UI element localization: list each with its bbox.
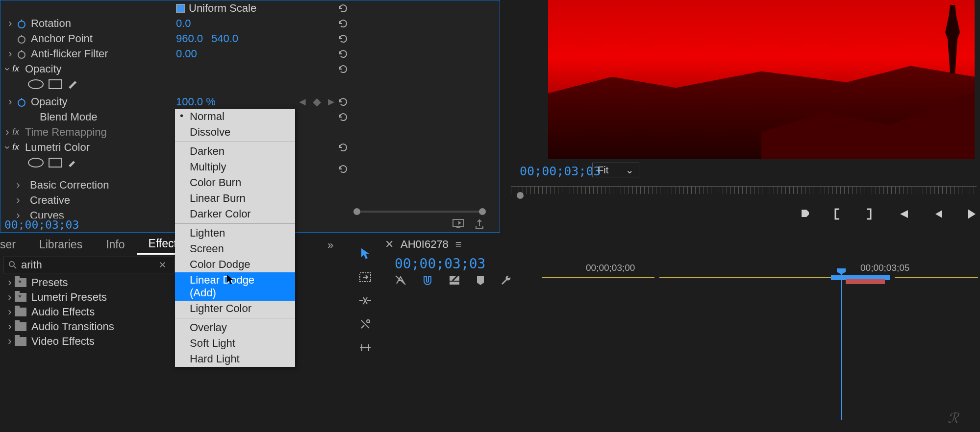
screen-icon[interactable] xyxy=(452,219,464,230)
reset-icon[interactable] xyxy=(336,162,350,176)
tab-libraries[interactable]: Libraries xyxy=(27,235,94,254)
mark-in-icon[interactable] xyxy=(800,208,810,220)
blend-mode-option[interactable]: Multiply xyxy=(175,159,295,175)
linked-selection-icon[interactable] xyxy=(449,275,460,286)
playhead[interactable] xyxy=(841,273,842,420)
track-segment[interactable] xyxy=(542,277,654,278)
tab-info[interactable]: Info xyxy=(94,235,136,254)
disclosure-icon[interactable]: › xyxy=(13,179,23,192)
anchor-x-value[interactable]: 960.0 xyxy=(176,32,203,45)
effects-folder[interactable]: ›Audio Effects xyxy=(0,305,176,319)
fx-icon[interactable]: fx xyxy=(12,142,22,152)
opacity-value[interactable]: 100.0 % xyxy=(176,96,216,108)
reset-icon[interactable] xyxy=(336,47,350,61)
go-to-in-icon[interactable] xyxy=(896,209,909,219)
panel-timecode[interactable]: 00;00;03;03 xyxy=(4,218,79,231)
anchor-y-value[interactable]: 540.0 xyxy=(211,32,238,45)
panel-menu-icon[interactable]: ≡ xyxy=(455,238,462,251)
uniform-scale-checkbox[interactable] xyxy=(176,4,185,13)
anti-flicker-value[interactable]: 0.00 xyxy=(176,48,197,60)
disclosure-icon[interactable]: › xyxy=(5,306,15,318)
disclosure-icon[interactable]: › xyxy=(5,48,15,60)
stopwatch-icon[interactable] xyxy=(15,33,28,44)
clear-icon[interactable]: ✕ xyxy=(156,260,169,270)
disclosure-icon[interactable]: › xyxy=(5,96,15,108)
zoom-handle-left[interactable] xyxy=(353,208,360,215)
tab-browser[interactable]: ser xyxy=(0,235,27,254)
stopwatch-icon[interactable] xyxy=(15,96,28,107)
selection-tool-icon[interactable] xyxy=(357,246,373,262)
blend-mode-option[interactable]: Hard Light xyxy=(175,351,295,367)
effects-folder[interactable]: ›Audio Transitions xyxy=(0,319,176,334)
track-select-tool-icon[interactable] xyxy=(357,269,373,285)
disclosure-icon[interactable]: › xyxy=(2,126,12,139)
blend-mode-option[interactable]: Soft Light xyxy=(175,336,295,351)
snap-magnet-icon[interactable] xyxy=(422,275,433,286)
ellipse-mask-icon[interactable] xyxy=(28,79,44,89)
blend-mode-option[interactable]: Darker Color xyxy=(175,206,295,222)
reset-icon[interactable] xyxy=(336,32,350,46)
reset-icon[interactable] xyxy=(336,62,350,76)
reset-icon[interactable] xyxy=(336,17,350,30)
effects-folder[interactable]: ›Video Effects xyxy=(0,334,176,349)
disclosure-open-icon[interactable]: › xyxy=(1,143,14,152)
fx-icon[interactable]: fx xyxy=(12,64,22,74)
zoom-slider[interactable] xyxy=(353,209,486,215)
tabs-overflow-icon[interactable]: » xyxy=(327,239,343,252)
effects-folder[interactable]: ›Lumetri Presets xyxy=(0,290,176,305)
disclosure-icon[interactable]: › xyxy=(13,194,23,207)
blend-mode-option[interactable]: Color Dodge xyxy=(175,257,295,272)
disclosure-open-icon[interactable]: › xyxy=(1,64,14,74)
blend-mode-option[interactable]: Linear Burn xyxy=(175,191,295,206)
razor-tool-icon[interactable] xyxy=(357,316,373,332)
blend-mode-option[interactable]: Overlay xyxy=(175,320,295,336)
pen-mask-icon[interactable] xyxy=(67,79,79,91)
disclosure-icon[interactable]: › xyxy=(5,320,15,333)
prev-keyframe-icon[interactable]: ◄ xyxy=(297,96,308,108)
timeline-timecode[interactable]: 00;00;03;03 xyxy=(395,256,485,272)
fx-icon[interactable]: fx xyxy=(12,127,22,137)
play-icon[interactable] xyxy=(967,208,977,220)
add-keyframe-icon[interactable]: ◆ xyxy=(313,96,321,108)
add-marker-icon[interactable] xyxy=(476,275,485,286)
blend-mode-option[interactable]: Normal xyxy=(175,109,295,124)
disclosure-icon[interactable]: › xyxy=(13,209,23,219)
blend-mode-option[interactable]: Lighten xyxy=(175,225,295,241)
program-scrubber[interactable] xyxy=(511,186,977,201)
reset-icon[interactable] xyxy=(336,141,350,154)
rotation-value[interactable]: 0.0 xyxy=(176,17,191,30)
close-icon[interactable]: ✕ xyxy=(385,238,394,251)
disclosure-icon[interactable]: › xyxy=(5,276,15,289)
rectangle-mask-icon[interactable] xyxy=(49,158,62,168)
export-icon[interactable] xyxy=(474,219,485,230)
step-back-icon[interactable] xyxy=(932,209,943,219)
sequence-name[interactable]: AH0I6278 xyxy=(401,238,449,251)
effects-folder[interactable]: ›Presets xyxy=(0,275,176,290)
ellipse-mask-icon[interactable] xyxy=(28,158,44,168)
search-input[interactable] xyxy=(21,259,156,271)
blend-mode-option[interactable]: Screen xyxy=(175,241,295,257)
reset-icon[interactable] xyxy=(336,1,350,15)
blend-mode-option[interactable]: Dissolve xyxy=(175,124,295,140)
clip[interactable] xyxy=(846,279,885,284)
blend-mode-option[interactable]: Darken xyxy=(175,144,295,159)
slip-tool-icon[interactable] xyxy=(357,340,373,356)
playhead-handle[interactable] xyxy=(517,192,524,199)
disclosure-icon[interactable]: › xyxy=(5,291,15,304)
blend-mode-option[interactable]: Lighter Color xyxy=(175,301,295,316)
mark-in-bracket-icon[interactable] xyxy=(833,208,841,220)
blend-mode-option[interactable]: Color Burn xyxy=(175,175,295,191)
pen-mask-icon[interactable] xyxy=(67,158,79,169)
disclosure-icon[interactable]: › xyxy=(5,335,15,348)
ripple-edit-tool-icon[interactable] xyxy=(357,293,373,309)
reset-icon[interactable] xyxy=(336,95,350,109)
zoom-level-dropdown[interactable]: Fit ⌄ xyxy=(592,163,639,177)
timeline-tracks[interactable]: 00;00;03;00 00;00;03;05 xyxy=(542,259,978,430)
reset-icon[interactable] xyxy=(336,110,350,124)
track-segment[interactable] xyxy=(659,277,831,278)
wrench-icon[interactable] xyxy=(501,274,512,286)
next-keyframe-icon[interactable]: ► xyxy=(326,96,337,108)
track-segment[interactable] xyxy=(895,277,978,278)
mark-out-bracket-icon[interactable] xyxy=(865,208,873,220)
stopwatch-icon[interactable] xyxy=(15,48,28,59)
